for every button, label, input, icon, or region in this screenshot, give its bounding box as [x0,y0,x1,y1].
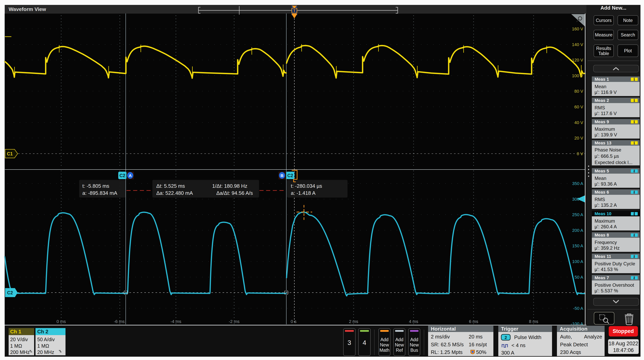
svg-text:300 A: 300 A [501,350,514,356]
svg-text:Results: Results [596,46,611,51]
svg-text:60 V: 60 V [574,104,584,109]
svg-text:Δt: 5.525 ms: Δt: 5.525 ms [156,183,185,189]
svg-text:C1: C1 [7,151,13,156]
svg-text:200 MHz: 200 MHz [10,350,30,355]
svg-text:Note: Note [623,18,633,23]
svg-text:0 V: 0 V [577,151,583,156]
svg-text:C2: C2 [7,290,13,295]
svg-text:µ': 5.537 %: µ': 5.537 % [594,288,618,293]
svg-text:Meas 1: Meas 1 [594,77,609,82]
svg-text:Math: Math [380,348,390,353]
svg-text:18:47:06: 18:47:06 [613,347,634,353]
svg-text:140 V: 140 V [572,42,584,47]
svg-text:Acquisition: Acquisition [560,326,588,332]
svg-text:µ': 41.53 %: µ': 41.53 % [594,267,618,272]
svg-text:Meas 13: Meas 13 [594,140,612,145]
svg-text:a: -1.418 A: a: -1.418 A [291,190,316,196]
svg-text:Auto,: Auto, [560,334,572,340]
svg-text:Horizontal: Horizontal [431,326,456,332]
svg-text:1: 1 [634,120,635,123]
svg-text:150 A: 150 A [572,243,584,248]
svg-text:2: 2 [504,335,507,340]
svg-text:2: 2 [634,233,635,237]
svg-text:Frequency: Frequency [594,240,617,245]
svg-text:-50 A: -50 A [573,306,584,311]
svg-text:2 ms: 2 ms [349,319,358,324]
svg-text:2: 2 [634,255,635,258]
svg-text:Add: Add [380,337,388,342]
svg-text:3: 3 [348,339,351,346]
svg-text:A: A [129,173,132,178]
svg-text:µ': 359.2 Hz: µ': 359.2 Hz [594,245,620,251]
svg-text:50 A/div: 50 A/div [37,337,55,342]
svg-text:Positive Duty Cycle: Positive Duty Cycle [594,261,635,266]
svg-text:1 MΩ: 1 MΩ [10,343,22,349]
svg-text:SR: 62.5 MS/s: SR: 62.5 MS/s [431,342,464,348]
svg-text:Trigger: Trigger [501,326,518,332]
svg-text:Meas 6: Meas 6 [594,190,609,195]
svg-text:Δa: 522.480 mA: Δa: 522.480 mA [156,190,193,196]
svg-text:Ch 1: Ch 1 [10,329,21,335]
svg-text:Waveform View: Waveform View [9,6,46,12]
svg-text:Meas 2: Meas 2 [594,98,609,103]
svg-text:300 A: 300 A [572,197,584,202]
svg-text:µ': 116.9 V: µ': 116.9 V [594,89,617,95]
svg-text:1: 1 [634,141,635,145]
svg-text:Maximum: Maximum [594,218,615,224]
svg-text:-4 ms: -4 ms [170,319,182,324]
svg-text:0 s: 0 s [290,319,296,324]
svg-text:Mean: Mean [594,84,606,89]
svg-text:2 ms/div: 2 ms/div [431,334,450,340]
svg-text:RMS: RMS [594,197,605,202]
svg-text:Cursors: Cursors [596,18,612,23]
svg-text:Meas 5: Meas 5 [594,169,609,173]
svg-text:Bus: Bus [410,348,418,353]
svg-text:Peak Detect: Peak Detect [560,342,588,348]
svg-text:C2: C2 [287,173,293,178]
svg-text:Search: Search [621,32,635,37]
svg-text:Phase Noise: Phase Noise [594,147,621,152]
svg-text:2: 2 [634,169,635,173]
svg-text:µ': 139.9 V: µ': 139.9 V [594,132,617,137]
svg-text:Table: Table [598,51,609,56]
svg-text:40 V: 40 V [574,120,584,125]
svg-text:Meas 7: Meas 7 [594,275,609,280]
svg-text:20 V: 20 V [574,136,584,140]
svg-text:RL: 1.25 Mpts: RL: 1.25 Mpts [431,349,462,355]
svg-text:200 A: 200 A [572,228,584,233]
svg-text:100 V: 100 V [572,73,584,78]
svg-text:0 ms: 0 ms [56,319,66,324]
svg-text:Δa/Δt: 94.56 A/s: Δa/Δt: 94.56 A/s [216,190,253,196]
svg-text:18 Aug 2022: 18 Aug 2022 [608,341,638,347]
svg-text:a: -895.834 mA: a: -895.834 mA [82,190,117,196]
svg-text:100 A: 100 A [572,259,584,264]
svg-text:20 V/div: 20 V/div [10,337,28,342]
svg-text:Maximum: Maximum [594,126,615,132]
svg-text:120 V: 120 V [572,58,584,62]
svg-text:350 A: 350 A [572,181,584,186]
svg-text:80 V: 80 V [574,89,584,94]
svg-text:µ': 135.2 A: µ': 135.2 A [594,202,617,208]
svg-text:Meas 8: Meas 8 [594,233,609,238]
svg-text:1/Δt: 180.98 Hz: 1/Δt: 180.98 Hz [212,183,247,189]
svg-text:µ': 93.36 A: µ': 93.36 A [594,181,617,187]
svg-text:T: T [293,9,296,13]
svg-text:4: 4 [362,339,366,346]
svg-text:6 ms: 6 ms [469,319,478,324]
svg-text:Ch 2: Ch 2 [37,329,48,335]
svg-text:250 A: 250 A [572,212,584,217]
svg-text:New: New [395,342,404,348]
svg-text:µ': 260.4 A: µ': 260.4 A [594,224,617,229]
svg-text:µ': 666.5 µs: µ': 666.5 µs [594,153,619,159]
svg-text:8 ms: 8 ms [529,319,538,324]
svg-text:Plot: Plot [624,48,632,53]
svg-text:50%: 50% [476,349,486,355]
svg-text:Measure: Measure [595,32,612,37]
svg-text:µ': 117.6 V: µ': 117.6 V [594,111,617,116]
svg-text:1: 1 [634,78,635,81]
svg-text:B: B [280,173,283,178]
svg-text:2: 2 [634,190,635,194]
svg-text:New: New [380,342,389,348]
svg-text:C2: C2 [120,173,125,178]
svg-text:Ref: Ref [396,348,403,353]
